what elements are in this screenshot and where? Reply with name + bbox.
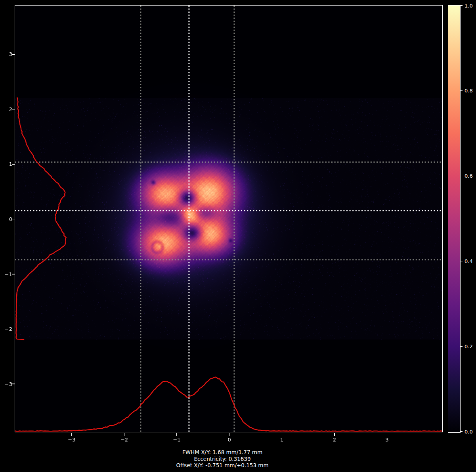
x-axis-tick-label: 1 [274, 437, 290, 443]
colorbar-tick-label: 0.6 [465, 173, 476, 179]
x-axis-tick [176, 433, 177, 436]
x-axis-tick-label: 3 [379, 437, 395, 443]
y-axis-tick [12, 219, 15, 220]
y-axis-tick-label: 0 [0, 216, 12, 222]
x-axis-tick [71, 433, 72, 436]
colorbar-tick-label: 0.0 [465, 429, 476, 435]
beam-profiler-window: −3−2−101233210−1−2−3 1.00.80.60.40.20.0 … [0, 0, 476, 472]
colorbar-tick [460, 90, 463, 91]
y-axis-tick [12, 384, 15, 384]
y-axis-tick [12, 54, 15, 55]
colorbar-tick [460, 431, 463, 432]
x-axis-tick [124, 433, 125, 436]
y-profile-curve [16, 97, 66, 340]
colorbar-gradient [448, 6, 460, 432]
colorbar-tick [460, 176, 463, 177]
x-profile-curve [15, 377, 442, 432]
colorbar-tick [460, 5, 463, 6]
y-axis-tick [12, 274, 15, 274]
colorbar-tick [460, 261, 463, 262]
colorbar-tick-label: 0.2 [465, 343, 476, 349]
fwhm-readout: FWHM X/Y: 1.68 mm/1.77 mm [0, 449, 445, 456]
colorbar-tick [460, 346, 463, 347]
x-axis-tick-label: −2 [116, 437, 132, 443]
y-axis-tick-label: −3 [0, 381, 12, 387]
y-axis-tick [12, 164, 15, 165]
x-axis-tick [334, 433, 335, 436]
measurement-readout: FWHM X/Y: 1.68 mm/1.77 mm Eccentricity: … [0, 449, 445, 469]
beam-image-plot [15, 5, 443, 432]
y-axis-tick-label: 2 [0, 106, 12, 112]
y-axis-tick [12, 109, 15, 110]
colorbar-tick-label: 1.0 [465, 3, 476, 9]
colorbar-tick-label: 0.4 [465, 258, 476, 264]
offset-readout: Offset X/Y: -0.751 mm/+0.153 mm [0, 462, 445, 469]
y-axis-tick-label: 3 [0, 51, 12, 57]
y-axis-tick-label: −2 [0, 326, 12, 332]
x-axis-tick-label: −3 [64, 437, 80, 443]
plot-overlay-svg [15, 6, 442, 432]
y-axis-tick-label: −1 [0, 271, 12, 277]
eccentricity-readout: Eccentricity: 0.31639 [0, 456, 445, 462]
colorbar [448, 5, 461, 433]
x-axis-tick-label: 0 [222, 437, 237, 443]
x-axis-tick [282, 433, 283, 436]
y-axis-tick [12, 329, 15, 330]
x-axis-tick [229, 433, 230, 436]
x-axis-tick [387, 433, 388, 436]
x-axis-tick-label: −1 [169, 437, 185, 443]
x-axis-tick-label: 2 [327, 437, 342, 443]
colorbar-tick-label: 0.8 [465, 88, 476, 94]
y-axis-tick-label: 1 [0, 161, 12, 167]
